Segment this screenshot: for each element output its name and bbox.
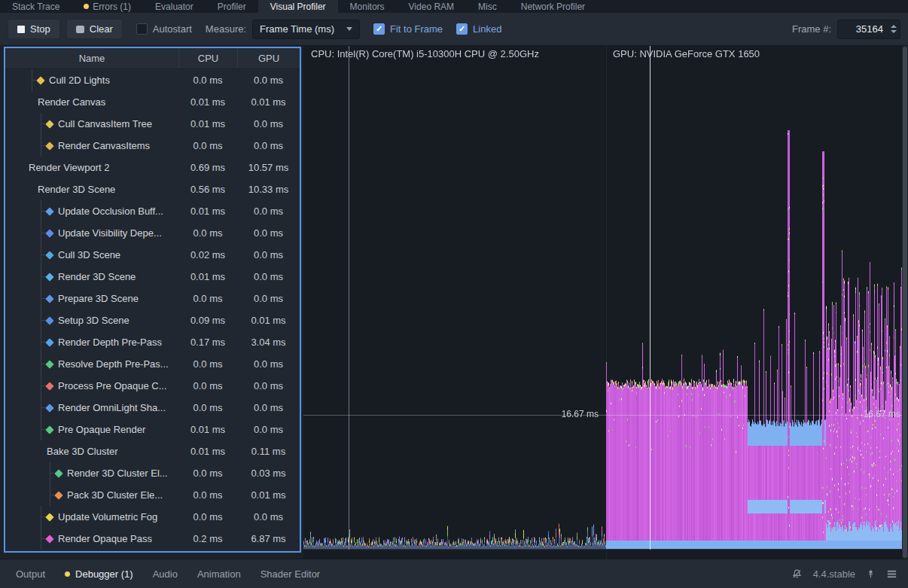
table-row[interactable]: Render Depth Pre-Pass0.17 ms3.04 ms	[5, 331, 300, 353]
row-gpu-value: 0.01 ms	[237, 96, 300, 108]
row-cpu-value: 0.01 ms	[178, 96, 237, 108]
table-row[interactable]: Update Occlusion Buff...0.01 ms0.0 ms	[5, 200, 300, 222]
expand-bottom-panel-icon[interactable]	[886, 568, 897, 580]
stop-button[interactable]: Stop	[8, 19, 60, 39]
row-cpu-value: 0.0 ms	[178, 468, 237, 479]
tab-errors-1[interactable]: Errors (1)	[72, 0, 143, 13]
pass-color-diamond-icon	[54, 491, 62, 499]
bottom-button-audio[interactable]: Audio	[143, 559, 187, 588]
clear-icon	[76, 26, 84, 33]
tab-stack-trace[interactable]: Stack Trace	[0, 0, 72, 13]
warning-dot-icon	[65, 571, 70, 577]
spinbox-arrows-icon[interactable]	[890, 25, 900, 33]
table-row[interactable]: Process Pre Opaque C...0.0 ms0.0 ms	[5, 375, 300, 397]
row-cpu-value: 0.17 ms	[178, 337, 237, 348]
clear-button-label: Clear	[90, 23, 113, 35]
table-row[interactable]: Render 3D Cluster El...0.0 ms0.03 ms	[5, 462, 300, 484]
fit-to-frame-checkbox[interactable]: Fit to Frame	[373, 23, 443, 35]
row-name-label: Cull CanvasItem Tree	[58, 118, 152, 129]
graph-scrollbar[interactable]	[902, 46, 908, 559]
pass-color-diamond-icon	[45, 142, 53, 150]
row-gpu-value: 10.57 ms	[237, 162, 300, 173]
linked-checkbox[interactable]: Linked	[456, 23, 501, 35]
clear-button[interactable]: Clear	[66, 19, 123, 39]
cpu-name-label: CPU: Intel(R) Core(TM) i5-10300H CPU @ 2…	[311, 48, 539, 59]
table-row[interactable]: Pre Opaque Render0.01 ms0.0 ms	[5, 419, 300, 440]
row-cpu-value: 0.69 ms	[178, 162, 237, 173]
row-cpu-value: 0.0 ms	[178, 380, 237, 391]
tab-network-profiler[interactable]: Network Profiler	[509, 0, 597, 13]
tab-evaluator[interactable]: Evaluator	[143, 0, 206, 13]
row-name-cell: Setup 3D Scene	[5, 309, 178, 331]
frame-graph-canvas[interactable]	[303, 46, 902, 559]
table-row[interactable]: Render Opaque Pass0.2 ms6.87 ms	[5, 528, 300, 550]
pass-color-diamond-icon	[45, 360, 53, 368]
godot-debugger-panel: Stack TraceErrors (1)EvaluatorProfilerVi…	[0, 0, 908, 588]
autostart-checkbox[interactable]: Autostart	[136, 23, 192, 35]
fit-to-frame-checkbox-box[interactable]	[373, 23, 385, 35]
table-row[interactable]: Cull CanvasItem Tree0.01 ms0.0 ms	[5, 113, 300, 135]
table-row[interactable]: Render Viewport 20.69 ms10.57 ms	[5, 157, 300, 178]
linked-label: Linked	[473, 23, 501, 35]
table-row[interactable]: Resolve Depth Pre-Pas...0.0 ms0.0 ms	[5, 353, 300, 375]
column-header-name[interactable]: Name	[5, 53, 178, 64]
measure-dropdown[interactable]: Frame Time (ms)	[252, 20, 360, 39]
row-name-label: Update Volumetric Fog	[58, 511, 157, 522]
table-row[interactable]: Update Visibility Depe...0.0 ms0.0 ms	[5, 222, 300, 244]
frame-number-spinbox[interactable]: 35164	[837, 20, 900, 39]
pass-color-diamond-icon	[45, 404, 53, 412]
bottom-button-output[interactable]: Output	[6, 559, 55, 588]
measure-dropdown-value: Frame Time (ms)	[260, 23, 334, 35]
row-name-cell: Render Depth Pre-Pass	[5, 331, 178, 353]
row-name-label: Bake 3D Cluster	[47, 446, 118, 457]
tab-monitors[interactable]: Monitors	[338, 0, 397, 13]
frame-graph-panel[interactable]: CPU: Intel(R) Core(TM) i5-10300H CPU @ 2…	[303, 46, 908, 559]
pass-color-diamond-icon	[45, 338, 53, 346]
table-row[interactable]: Update Volumetric Fog0.0 ms0.0 ms	[5, 506, 300, 528]
table-row[interactable]: Render CanvasItems0.0 ms0.0 ms	[5, 135, 300, 157]
row-name-label: Cull 2D Lights	[49, 75, 110, 86]
tab-visual-profiler[interactable]: Visual Profiler	[258, 0, 338, 13]
bottom-button-animation[interactable]: Animation	[187, 559, 251, 588]
autostart-checkbox-box[interactable]	[136, 23, 148, 35]
column-header-gpu[interactable]: GPU	[237, 48, 300, 69]
table-row[interactable]: Render 3D Scene0.01 ms0.0 ms	[5, 266, 300, 288]
tab-misc[interactable]: Misc	[466, 0, 509, 13]
row-name-cell: Render CanvasItems	[5, 135, 178, 157]
row-cpu-value: 0.0 ms	[178, 402, 237, 413]
graph-scrollbar-thumb[interactable]	[903, 47, 907, 558]
profiler-toolbar: Stop Clear Autostart Measure: Frame Time…	[0, 13, 908, 46]
row-name-cell: Render 3D Cluster El...	[5, 462, 178, 484]
bottom-button-shader-editor[interactable]: Shader Editor	[251, 559, 331, 588]
bottom-button-debugger-1[interactable]: Debugger (1)	[55, 559, 143, 588]
row-name-cell: Process Pre Opaque C...	[5, 375, 178, 397]
tab-video-ram[interactable]: Video RAM	[397, 0, 466, 13]
row-gpu-value: 0.0 ms	[237, 424, 300, 435]
table-row[interactable]: Render OmniLight Sha...0.0 ms0.0 ms	[5, 397, 300, 419]
row-gpu-value: 3.04 ms	[237, 337, 300, 348]
row-gpu-value: 0.0 ms	[237, 75, 300, 86]
bottom-panel-bar: OutputDebugger (1)AudioAnimationShader E…	[0, 559, 908, 588]
table-row[interactable]: Cull 2D Lights0.0 ms0.0 ms	[5, 69, 300, 91]
column-header-cpu[interactable]: CPU	[178, 48, 237, 69]
table-row[interactable]: Render Canvas0.01 ms0.01 ms	[5, 91, 300, 113]
row-name-cell: Render Canvas	[5, 91, 178, 113]
table-row[interactable]: Pack 3D Cluster Ele...0.0 ms0.01 ms	[5, 484, 300, 506]
error-dot-icon	[84, 4, 89, 9]
row-name-label: Render 3D Scene	[58, 271, 136, 282]
version-label[interactable]: 4.4.stable	[813, 568, 855, 580]
table-row[interactable]: Setup 3D Scene0.09 ms0.01 ms	[5, 309, 300, 331]
row-name-label: Render CanvasItems	[58, 140, 150, 151]
row-gpu-value: 0.0 ms	[237, 271, 300, 282]
tab-profiler[interactable]: Profiler	[206, 0, 258, 13]
row-cpu-value: 0.0 ms	[178, 75, 237, 86]
table-row[interactable]: Prepare 3D Scene0.0 ms0.0 ms	[5, 288, 300, 309]
pin-bottom-panel-icon[interactable]	[866, 568, 876, 580]
table-row[interactable]: Render 3D Scene0.56 ms10.33 ms	[5, 178, 300, 200]
row-gpu-value: 10.33 ms	[237, 184, 300, 195]
row-name-label: Render Depth Pre-Pass	[58, 337, 162, 348]
notification-bell-icon[interactable]	[791, 568, 803, 580]
linked-checkbox-box[interactable]	[456, 23, 468, 35]
table-row[interactable]: Bake 3D Cluster0.01 ms0.11 ms	[5, 440, 300, 462]
table-row[interactable]: Cull 3D Scene0.02 ms0.0 ms	[5, 244, 300, 266]
